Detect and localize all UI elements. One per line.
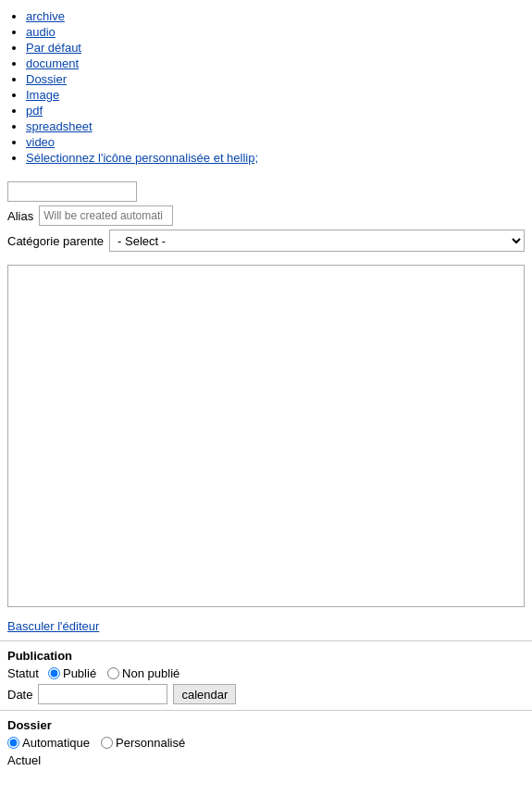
actuel-label: Actuel	[7, 753, 525, 767]
list-item: audio	[26, 25, 521, 39]
list-item: document	[26, 56, 521, 70]
dossier-title: Dossier	[7, 718, 525, 732]
personnalise-radio[interactable]	[101, 737, 113, 749]
statut-label: Statut	[7, 666, 39, 680]
personnalise-option[interactable]: Personnalisé	[101, 736, 185, 750]
calendar-button[interactable]: calendar	[173, 684, 236, 704]
dossier-radio-group: Automatique Personnalisé	[7, 736, 525, 750]
list-item: Dossier	[26, 72, 521, 86]
pdf-link[interactable]: pdf	[26, 104, 43, 118]
date-row: Date calendar	[7, 684, 525, 704]
publie-label: Publié	[63, 666, 96, 680]
list-item: archive	[26, 9, 521, 23]
list-item: Image	[26, 88, 521, 102]
list-item: Sélectionnez l'icône personnalisée et he…	[26, 151, 521, 165]
categorie-select[interactable]: - Select -	[109, 230, 525, 252]
alias-row: Alias	[7, 205, 525, 226]
dossier-section: Dossier Automatique Personnalisé Actuel	[0, 711, 532, 773]
categorie-row: Catégorie parente - Select -	[7, 230, 525, 252]
personnalise-label: Personnalisé	[116, 736, 185, 750]
publication-title: Publication	[7, 649, 525, 663]
alias-label: Alias	[7, 209, 33, 223]
archive-link[interactable]: archive	[26, 9, 65, 23]
date-label: Date	[7, 688, 32, 702]
automatique-radio[interactable]	[7, 737, 19, 749]
alias-input[interactable]	[39, 205, 173, 226]
categorie-label: Catégorie parente	[7, 234, 104, 248]
non-publie-radio[interactable]	[107, 667, 119, 679]
document-link[interactable]: document	[26, 56, 79, 70]
automatique-label: Automatique	[22, 736, 90, 750]
pardefaut-link[interactable]: Par défaut	[26, 41, 81, 55]
list-item: pdf	[26, 104, 521, 118]
list-item: Par défaut	[26, 41, 521, 55]
statut-radio-group: Publié Non publié	[48, 666, 179, 680]
non-publie-label: Non publié	[122, 666, 179, 680]
video-link[interactable]: video	[26, 135, 55, 149]
name-input[interactable]	[7, 181, 137, 202]
spreadsheet-link[interactable]: spreadsheet	[26, 119, 93, 133]
publication-section: Publication Statut Publié Non publié Dat…	[0, 641, 532, 710]
list-item: video	[26, 135, 521, 149]
non-publie-option[interactable]: Non publié	[107, 666, 179, 680]
list-item: spreadsheet	[26, 119, 521, 133]
dossier-link[interactable]: Dossier	[26, 72, 67, 86]
publie-option[interactable]: Publié	[48, 666, 96, 680]
statut-row: Statut Publié Non publié	[7, 666, 525, 680]
basculer-link[interactable]: Basculer l'éditeur	[0, 615, 532, 640]
custom-icon-link[interactable]: Sélectionnez l'icône personnalisée et he…	[26, 151, 258, 165]
editor-textarea[interactable]	[7, 265, 525, 607]
form-section: Alias Catégorie parente - Select -	[0, 174, 532, 259]
image-link[interactable]: Image	[26, 88, 59, 102]
automatique-option[interactable]: Automatique	[7, 736, 90, 750]
date-input[interactable]	[38, 684, 167, 704]
audio-link[interactable]: audio	[26, 25, 56, 39]
icon-list: archive audio Par défaut document Dossie…	[0, 0, 532, 174]
publie-radio[interactable]	[48, 667, 60, 679]
